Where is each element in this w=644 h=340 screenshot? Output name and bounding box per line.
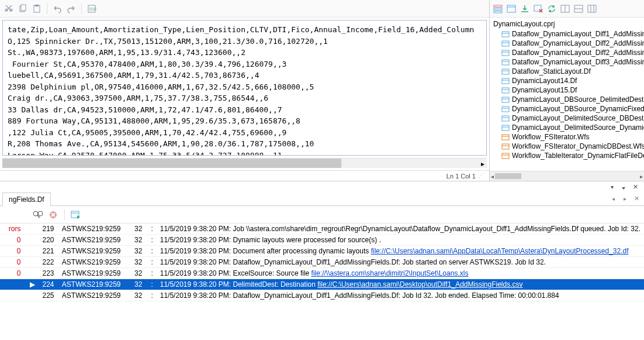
log-row[interactable]: 0 220 ASTWKS219:9259 32 : 11/5/2019 9:38…: [0, 235, 644, 246]
tree-item[interactable]: DynamicLayout_DelimitedSource_DynamicDBD…: [490, 123, 644, 132]
svg-rect-3: [35, 5, 39, 6]
editor-horizontal-scrollbar[interactable]: ◂ ▸: [2, 158, 487, 168]
window-icon[interactable]: [505, 3, 517, 15]
run-window-icon[interactable]: [71, 210, 81, 220]
cancel-icon[interactable]: [48, 210, 58, 220]
svg-rect-33: [502, 97, 509, 102]
view-list-icon[interactable]: [492, 3, 504, 15]
log-row[interactable]: rors 219 ASTWKS219:9259 32 : 11/5/2019 9…: [0, 224, 644, 235]
close-icon[interactable]: ✕: [630, 181, 640, 192]
scroll-right-icon[interactable]: ▸: [640, 173, 643, 180]
editor-body[interactable]: tate,Zip,Loan_Amount,Amortization_Type,L…: [2, 20, 487, 156]
tree-item[interactable]: DynamicLayout_DBSource_DelimitedDest.Df: [490, 95, 644, 104]
row-sep: :: [147, 268, 156, 279]
svg-rect-45: [502, 153, 509, 159]
scroll-thumb[interactable]: [495, 173, 521, 179]
error-count-cell: [0, 279, 26, 290]
tree-item-label: DynamicLayout_DBSource_DynamicFixedLengt…: [512, 105, 644, 113]
tree-root-label[interactable]: DynamicLayout.cprj: [490, 19, 644, 29]
scroll-thumb[interactable]: [2, 159, 341, 168]
tree-item-label: Dataflow_StaticLayout.Df: [512, 67, 591, 75]
download-icon[interactable]: [519, 3, 531, 15]
tree-item[interactable]: DynamicLayout_DBSource_DynamicFixedLengt…: [490, 104, 644, 114]
df-icon: [501, 30, 510, 38]
row-number: 222: [39, 257, 58, 268]
delete-window-icon[interactable]: [532, 3, 544, 15]
row-number: 224: [39, 279, 58, 290]
tree-item[interactable]: Workflow_FSIterator_DynamicDBDest.Wfs: [490, 142, 644, 151]
tree-item[interactable]: Dataflow_DynamicLayout_Diff2_AddMissingF…: [490, 39, 644, 48]
svg-rect-7: [494, 8, 502, 10]
svg-rect-23: [502, 50, 509, 56]
log-link[interactable]: file://C:\Users\adnan.sami\AppData\Local…: [371, 247, 629, 255]
row-marker: [26, 224, 39, 235]
tab-close-icon[interactable]: ✕: [631, 194, 642, 204]
tree-item[interactable]: Workflow_FSIterator.Wfs: [490, 132, 644, 142]
row-host: ASTWKS219:9259: [58, 257, 131, 268]
row-marker: ▶: [26, 279, 39, 290]
tree-item[interactable]: DynamicLayout15.Df: [490, 85, 644, 95]
log-link[interactable]: file://\\astera.com\share\dimitri2\Input…: [311, 269, 469, 277]
svg-rect-21: [502, 41, 509, 46]
tree-item[interactable]: DynamicLayout_DelimitedSource_DBDest.Df: [490, 114, 644, 123]
pin-icon[interactable]: [618, 181, 629, 192]
project-tree-panel: DynamicLayout.cprj Dataflow_DynamicLayou…: [490, 0, 644, 181]
log-row[interactable]: 0 221 ASTWKS219:9259 32 : 11/5/2019 9:38…: [0, 246, 644, 257]
copy-icon[interactable]: [18, 4, 28, 14]
svg-rect-31: [502, 88, 509, 93]
row-message: 11/5/2019 9:38:20 PM: Job \\astera.com\s…: [157, 224, 644, 235]
error-count-cell: 0: [0, 257, 26, 268]
df-icon: [501, 123, 510, 132]
svg-text:010: 010: [89, 7, 96, 11]
row-message: 11/5/2019 9:38:20 PM: Dataflow_DynamicLa…: [157, 257, 644, 268]
layout2-icon[interactable]: [573, 3, 584, 15]
log-row[interactable]: 0 223 ASTWKS219:9259 32 : 11/5/2019 9:38…: [0, 268, 644, 279]
row-sep: :: [147, 290, 156, 301]
binary-icon[interactable]: 010: [86, 4, 97, 14]
tree-item[interactable]: Dataflow_DynamicLayout_Diff2_AddMissingF…: [490, 48, 644, 57]
layout3-icon[interactable]: [586, 3, 598, 15]
tab-next-icon[interactable]: ▸: [619, 194, 630, 204]
log-grid[interactable]: rors 219 ASTWKS219:9259 32 : 11/5/2019 9…: [0, 224, 644, 340]
dropdown-icon[interactable]: ▾: [607, 181, 617, 192]
log-link[interactable]: file://C:\Users\adnan.sami\Desktop\outDi…: [317, 280, 522, 289]
log-row[interactable]: ▶ 224 ASTWKS219:9259 32 : 11/5/2019 9:38…: [0, 279, 644, 290]
refresh-icon[interactable]: [546, 3, 558, 15]
tree-item[interactable]: Dataflow_DynamicLayout_Diff3_AddMissingF…: [490, 57, 644, 67]
tree-body[interactable]: DynamicLayout.cprj Dataflow_DynamicLayou…: [490, 18, 644, 171]
find-icon[interactable]: [33, 210, 43, 220]
df-icon: [501, 67, 510, 75]
editor-text[interactable]: tate,Zip,Loan_Amount,Amortization_Type,L…: [3, 20, 486, 156]
row-job: 32: [131, 290, 147, 301]
undo-icon[interactable]: [52, 4, 63, 14]
tab-active[interactable]: ngFields.Df: [2, 193, 51, 206]
editor-toolbar: 010: [0, 0, 489, 18]
tree-item[interactable]: Dataflow_DynamicLayout_Diff1_AddMissingF…: [490, 29, 644, 39]
row-job: 32: [131, 257, 147, 268]
scroll-left-icon[interactable]: ◂: [491, 173, 494, 180]
log-row[interactable]: 0 222 ASTWKS219:9259 32 : 11/5/2019 9:38…: [0, 257, 644, 268]
row-marker: [26, 290, 39, 301]
paste-icon[interactable]: [32, 4, 42, 14]
scroll-right-icon[interactable]: ▸: [477, 159, 487, 169]
row-marker: [26, 246, 39, 257]
log-panel: ▾ ✕ ngFields.Df ◂ ▸ ✕ rors 219 ASTWKS219…: [0, 181, 644, 340]
svg-point-47: [33, 211, 38, 216]
row-message: 11/5/2019 9:38:20 PM: Document after pro…: [157, 246, 644, 257]
redo-icon[interactable]: [66, 4, 77, 14]
df-icon: [501, 86, 510, 94]
tree-item[interactable]: Workflow_TableIterator_DynamicFlatFileDe…: [490, 151, 644, 160]
tree-item[interactable]: DynamicLayout14.Df: [490, 76, 644, 85]
log-row[interactable]: 225 ASTWKS219:9259 32 : 11/5/2019 9:38:2…: [0, 290, 644, 301]
layout1-icon[interactable]: [559, 3, 571, 15]
resize-grip-icon[interactable]: ⋰: [478, 172, 484, 180]
svg-rect-6: [494, 5, 502, 7]
cut-icon[interactable]: [4, 4, 14, 14]
tab-prev-icon[interactable]: ◂: [608, 194, 618, 204]
row-sep: :: [147, 257, 156, 268]
svg-rect-19: [502, 32, 509, 37]
svg-rect-27: [502, 69, 509, 74]
tree-toolbar: [490, 0, 644, 18]
tree-horizontal-scrollbar[interactable]: ◂ ▸: [490, 171, 644, 181]
tree-item[interactable]: Dataflow_StaticLayout.Df: [490, 67, 644, 76]
